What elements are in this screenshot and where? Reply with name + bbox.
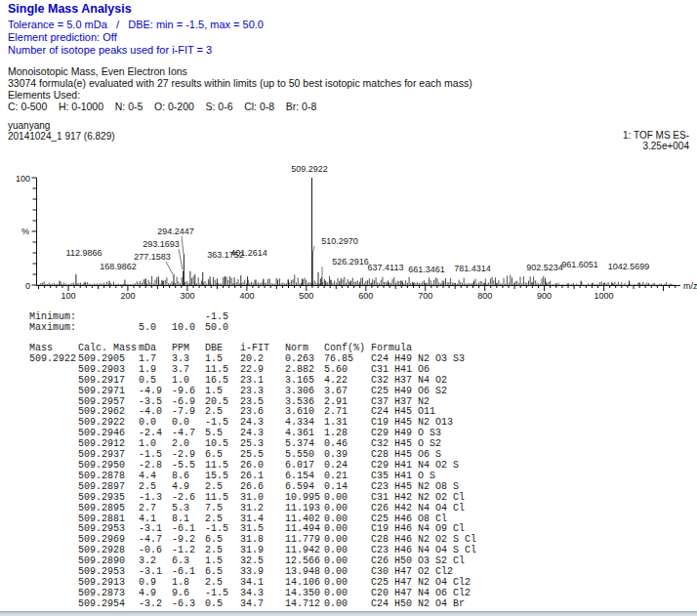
- cell: [29, 407, 78, 418]
- cell: -1.3: [139, 493, 172, 504]
- cell: 509.2971: [78, 387, 139, 397]
- cell: 0.5: [205, 599, 240, 610]
- table-row: 509.28952.75.37.531.211.1930.00C26 H42 N…: [29, 504, 664, 514]
- cell: 50.0: [205, 323, 240, 334]
- cell: 5.3: [172, 504, 205, 514]
- cell: 10.0: [172, 323, 205, 334]
- cell: 509.2954: [78, 599, 139, 610]
- cell: C32 H37 N4 O2: [371, 376, 664, 387]
- cell: [240, 312, 285, 323]
- cell: [29, 418, 78, 429]
- cell: [324, 323, 371, 334]
- cell: 16.5: [205, 376, 240, 387]
- table-row: 509.2954-3.2-6.30.534.714.7120.00C24 H50…: [29, 599, 664, 610]
- cell: 509.2917: [78, 376, 139, 387]
- x-tick-label: 800: [477, 291, 492, 301]
- peak-label: 277.1583: [134, 252, 171, 262]
- cell: 509.2922: [29, 354, 78, 365]
- cell: 31.0: [240, 493, 285, 504]
- results-table: MassCalc. MassmDaPPMDBEi-FITNormConf(%)F…: [29, 344, 664, 610]
- cell: [29, 461, 78, 472]
- x-tick-label: 200: [120, 291, 135, 301]
- cell: 3.165: [285, 376, 324, 387]
- cell: [29, 567, 78, 578]
- maximum-row: Maximum:5.010.050.0: [29, 323, 664, 334]
- cell: [29, 546, 78, 556]
- peak-label: 112.9866: [66, 248, 102, 258]
- peak-labels: 112.9866168.9862277.1583293.1693294.2447…: [66, 164, 650, 276]
- cell: [29, 472, 78, 482]
- cell: 7.5: [205, 504, 240, 514]
- cell: 0.00: [324, 599, 371, 610]
- y-max-label: 100: [16, 174, 30, 184]
- cell: [371, 323, 664, 334]
- peak-label: 510.2970: [321, 236, 358, 246]
- peak-label: 902.5234: [526, 263, 563, 272]
- cell: [29, 429, 78, 439]
- cell: [29, 578, 78, 589]
- axes: [32, 178, 681, 291]
- cell: [29, 535, 78, 546]
- cell: [371, 312, 664, 323]
- peak-label: 637.4113: [368, 263, 404, 272]
- peak-label: 401.2614: [230, 248, 267, 258]
- x-tick-label: 400: [239, 291, 254, 301]
- cell: [29, 556, 78, 567]
- cell: 11.193: [285, 504, 324, 514]
- peak-label: 526.2916: [332, 257, 369, 267]
- x-tick-label: 900: [537, 291, 552, 301]
- y-zero-label: 0: [25, 281, 30, 291]
- cell: [29, 504, 78, 514]
- cell: [29, 365, 78, 376]
- peak-label: 293.1693: [143, 239, 180, 249]
- cell: [324, 312, 371, 323]
- cell: 0.5: [139, 376, 172, 387]
- peak-label: 661.3461: [408, 265, 445, 274]
- cell: [29, 599, 78, 610]
- cell: 1.5: [205, 387, 240, 397]
- cell: C24 H50 N2 O4 Br: [371, 599, 664, 610]
- cell: 31.2: [240, 504, 285, 514]
- cell: 4.22: [324, 376, 371, 387]
- cell: [285, 312, 324, 323]
- cell: 3.67: [324, 387, 371, 397]
- x-tick-label: 300: [180, 291, 194, 301]
- cell: 2.7: [139, 504, 172, 514]
- cell: [29, 589, 78, 599]
- cell: [29, 493, 78, 504]
- cell: [29, 397, 78, 408]
- cell: 509.2935: [78, 493, 139, 504]
- cell: -4.9: [139, 387, 172, 397]
- cell: -6.3: [172, 599, 205, 610]
- cell: 23.3: [240, 387, 285, 397]
- cell: [29, 450, 78, 461]
- cell: [29, 514, 78, 525]
- y-axis-unit: %: [21, 226, 29, 236]
- x-tick-label: 1000: [594, 291, 614, 301]
- cell: [240, 323, 285, 334]
- cell: [29, 376, 78, 387]
- peak-label: 781.4314: [454, 264, 491, 273]
- y-axis-labels: 100%0m/z: [16, 174, 697, 291]
- x-tick-label: 500: [299, 291, 313, 301]
- x-tick-labels: 1002003004005006007008009001000: [61, 291, 613, 301]
- cell: 509.2895: [78, 504, 139, 514]
- cell: 0.00: [324, 504, 371, 514]
- cell: C26 H42 N4 O4 Cl: [371, 504, 664, 514]
- cell: 5.0: [139, 323, 172, 334]
- cell: [29, 524, 78, 535]
- cell: 1.0: [172, 376, 205, 387]
- limits-table: Minimum:-1.5Maximum:5.010.050.0: [29, 312, 664, 334]
- x-tick-label: 100: [61, 291, 75, 301]
- table-row: 509.2935-1.3-2.611.531.010.9950.00C31 H4…: [29, 493, 664, 504]
- peak-label: 961.6051: [561, 260, 598, 269]
- cell: [29, 439, 78, 450]
- minimum-row: Minimum:-1.5: [29, 312, 664, 323]
- cell: C31 H42 N2 O2 Cl: [371, 493, 664, 504]
- cell: Maximum:: [29, 323, 78, 334]
- cell: [29, 387, 78, 397]
- cell: 23.1: [240, 376, 285, 387]
- table-row: 509.29170.51.016.523.13.1654.22C32 H37 N…: [29, 376, 664, 387]
- table-row: 509.2971-4.9-9.61.523.33.3063.67C25 H49 …: [29, 387, 664, 397]
- x-axis-unit: m/z: [683, 281, 697, 291]
